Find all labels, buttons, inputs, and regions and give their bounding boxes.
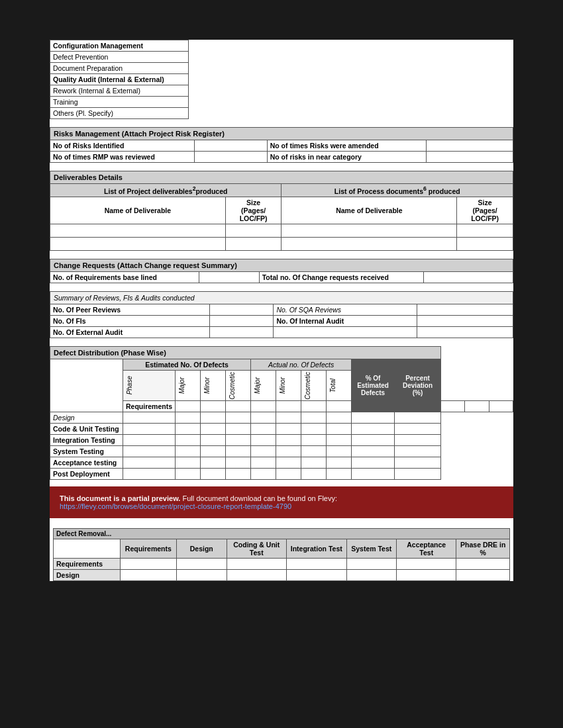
req-act-total (441, 401, 465, 412)
est-minor-header: Minor (201, 370, 226, 401)
table-row: Acceptance testing (50, 457, 513, 469)
dr-design-integration (287, 570, 347, 581)
no-times-amended-value (426, 140, 513, 152)
sqa-reviews-value (417, 304, 513, 315)
phase-label: Phase (123, 370, 176, 401)
dr-phase-dre-header: Phase DRE in % (456, 539, 510, 559)
external-audit-value (210, 326, 274, 338)
dr-req-design (177, 559, 227, 570)
doc-prep-row: Document Preparation (50, 63, 189, 74)
deliverables-section-title: Deliverables Details (50, 171, 513, 184)
act-minor-header: Minor (276, 370, 301, 401)
dr-design-dre (456, 570, 510, 581)
defect-prev-row: Defect Prevention (50, 52, 189, 63)
dr-design-row: Design (54, 570, 121, 581)
code-unit-row-label: Code & Unit Testing (50, 424, 123, 435)
dr-req-coding (227, 559, 287, 570)
est-major-header: Major (176, 370, 201, 401)
peer-reviews-label: No. Of Peer Reviews (50, 304, 210, 315)
fis-value (210, 315, 274, 326)
req-act-major (276, 401, 301, 412)
req-pct-dev (489, 401, 513, 412)
dr-design-header: Design (177, 539, 227, 559)
req-est-minor (201, 401, 226, 412)
table-row: Post Deployment (50, 469, 513, 480)
project-deliverables-header: List of Project deliverables2produced (50, 184, 282, 197)
risks-section-title: Risks Management (Attach Project Risk Re… (50, 128, 513, 140)
integration-row-label: Integration Testing (50, 435, 123, 446)
dr-empty-header (54, 539, 121, 559)
table-row: Design (50, 412, 513, 424)
dr-req-integration (287, 559, 347, 570)
req-baselined-value (199, 271, 259, 283)
pct-deviation-header: Percent Deviation (%) (395, 359, 441, 412)
dr-acceptance-header: Acceptance Test (396, 539, 456, 559)
internal-audit-label: No. Of Internal Audit (274, 315, 417, 326)
name-deliverable-left: Name of Deliverable (50, 197, 226, 224)
risks-near-cat-label: No of risks in near category (267, 152, 426, 163)
change-requests-title: Change Requests (Attach Change request S… (50, 259, 513, 271)
req-est-total (251, 401, 276, 412)
preview-banner: This document is a partial preview. Full… (50, 486, 513, 518)
sqa-reviews-label: No. Of SQA Reviews (274, 304, 417, 315)
dr-req-req (120, 559, 176, 570)
dr-system-header: System Test (346, 539, 396, 559)
others-row: Others (Pl. Specify) (50, 108, 189, 119)
req-act-cosmetic (327, 401, 352, 412)
preview-bold-text: This document is a partial preview. (60, 494, 180, 502)
acceptance-row-label: Acceptance testing (50, 457, 123, 469)
dr-req-row: Requirements (54, 559, 121, 570)
table-row: System Testing (50, 446, 513, 457)
no-risks-identified-label: No of Risks Identified (50, 140, 195, 152)
dr-design-acceptance (396, 570, 456, 581)
rework-row: Rework (Internal & External) (50, 85, 189, 97)
req-pct-est (465, 401, 489, 412)
table-row: Requirements (54, 559, 510, 570)
dr-integration-header: Integration Test (287, 539, 347, 559)
estimated-defects-header: Estimated No. Of Defects (123, 359, 251, 370)
req-est-major (176, 401, 201, 412)
quality-audit-row: Quality Audit (Internal & External) (50, 74, 189, 85)
config-mgmt-row: Configuration Management (50, 40, 189, 52)
preview-text2: Full document download can be found on F… (182, 494, 337, 502)
req-act-minor (301, 401, 327, 412)
internal-audit-value (417, 315, 513, 326)
empty-cell-2 (417, 326, 513, 338)
dr-design-req (120, 570, 176, 581)
training-row: Training (50, 97, 189, 108)
peer-reviews-value (210, 304, 274, 315)
requirements-row-label: Requirements (123, 401, 176, 412)
dr-design-coding (227, 570, 287, 581)
defect-dist-title: Defect Distribution (Phase Wise) (50, 346, 441, 359)
dr-design-design (177, 570, 227, 581)
no-risks-identified-value (195, 140, 267, 152)
defect-removal-title: Defect Removal... (54, 529, 510, 539)
size-left: Size (Pages/ LOC/FP) (225, 197, 282, 224)
empty-cell-1 (274, 326, 417, 338)
total-change-req-value (423, 271, 513, 283)
dr-requirements-header: Requirements (120, 539, 176, 559)
table-row: Code & Unit Testing (50, 424, 513, 435)
act-cosmetic-header: Cosmetic (301, 370, 327, 401)
risks-near-cat-value (426, 152, 513, 163)
table-row: Integration Testing (50, 435, 513, 446)
pct-estimated-header: % Of Estimated Defects (352, 359, 395, 412)
external-audit-label: No. Of External Audit (50, 326, 210, 338)
act-major-header: Major (251, 370, 276, 401)
req-est-cosmetic (226, 401, 251, 412)
design-row-label: Design (50, 412, 123, 424)
table-row: Design (54, 570, 510, 581)
actual-defects-header: Actual no. Of Defects (251, 359, 352, 370)
preview-link[interactable]: https://flevy.com/browse/document/projec… (60, 502, 291, 510)
post-deploy-row-label: Post Deployment (50, 469, 123, 480)
dr-coding-header: Coding & Unit Test (227, 539, 287, 559)
phase-header-empty (50, 359, 123, 412)
reviews-section-title: Summary of Reviews, FIs & Audits conduct… (50, 291, 513, 304)
no-times-amended-label: No of times Risks were amended (267, 140, 426, 152)
system-row-label: System Testing (50, 446, 123, 457)
size-right: Size (Pages/ LOC/FP) (457, 197, 513, 224)
dr-req-acceptance (396, 559, 456, 570)
est-cosmetic-header: Cosmetic (226, 370, 251, 401)
rmp-reviewed-label: No of times RMP was reviewed (50, 152, 195, 163)
rmp-reviewed-value (195, 152, 267, 163)
